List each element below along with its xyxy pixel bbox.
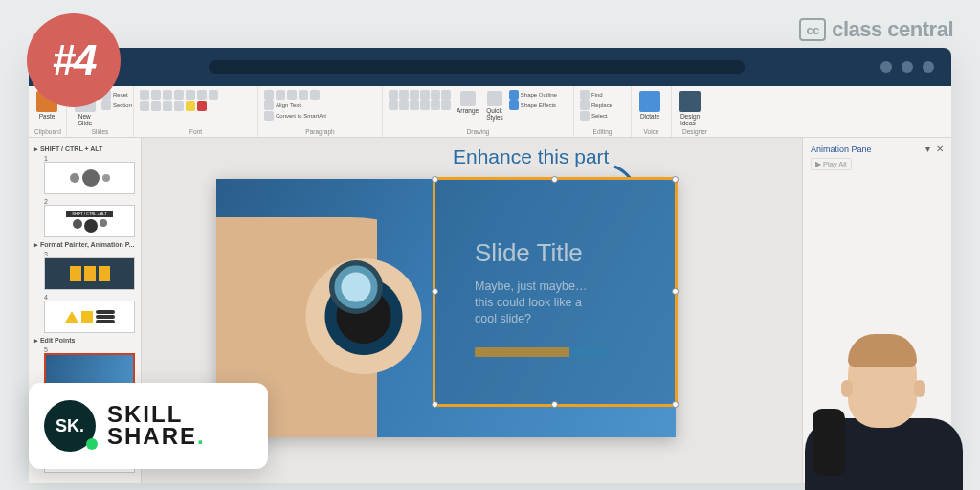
thumb-num-2: 2 <box>44 198 48 205</box>
design-ideas-button[interactable]: Design Ideas <box>678 90 702 127</box>
group-slides: Slides <box>73 128 127 135</box>
slide[interactable]: Slide Title Maybe, just maybe… this coul… <box>216 179 676 437</box>
play-all-button[interactable]: ▶ Play All <box>811 158 852 170</box>
url-bar[interactable] <box>209 60 745 74</box>
skillshare-wordmark: SKILL SHARE. <box>107 404 206 448</box>
shape-outline-button[interactable]: Shape Outline <box>509 90 557 100</box>
group-editing: Editing <box>580 128 625 135</box>
lens-icon <box>329 260 383 314</box>
group-drawing: Drawing <box>389 128 568 135</box>
dictate-button[interactable]: Dictate <box>637 90 662 121</box>
section-button[interactable]: Section <box>101 100 132 110</box>
skillshare-badge-icon: SK. <box>44 400 96 452</box>
thumb-3[interactable] <box>44 257 135 290</box>
cc-box-icon: cc <box>799 18 826 41</box>
skillshare-card: SK. SKILL SHARE. <box>29 383 268 469</box>
group-paragraph: Paragraph <box>264 128 376 135</box>
group-font: Font <box>140 128 252 135</box>
paste-label: Paste <box>39 113 56 120</box>
ribbon: Paste Clipboard New Slide Reset Section … <box>29 86 951 138</box>
section-shortcut[interactable]: ▸ SHIFT / CTRL + ALT <box>34 145 135 153</box>
group-voice: Voice <box>637 128 665 135</box>
classcentral-logo: cc class central <box>799 17 953 42</box>
shape-effects-button[interactable]: Shape Effects <box>509 100 557 110</box>
select-button[interactable]: Select <box>580 111 608 121</box>
find-button[interactable]: Find <box>580 90 603 100</box>
quick-styles-button[interactable]: Quick Styles <box>484 90 505 122</box>
thumb-2[interactable]: SHIFT / CTRL + ALT <box>44 205 135 237</box>
microphone-icon <box>813 409 845 476</box>
group-clipboard: Clipboard <box>34 128 60 135</box>
thumb-4[interactable] <box>44 301 135 333</box>
annotation-text: Enhance this part <box>453 145 609 168</box>
section-format[interactable]: ▸ Format Painter, Animation P... <box>34 241 135 249</box>
pane-close-icon[interactable]: ✕ <box>936 144 944 154</box>
thumb-5[interactable] <box>44 353 135 386</box>
new-slide-label: New Slide <box>78 113 92 126</box>
thumb-1[interactable] <box>44 162 135 194</box>
classcentral-text: class central <box>832 17 953 42</box>
replace-button[interactable]: Replace <box>580 100 612 110</box>
thumb-num-1: 1 <box>44 155 48 162</box>
thumb-num-3: 3 <box>44 251 48 257</box>
arrange-button[interactable]: Arrange <box>455 90 480 115</box>
smartart-button[interactable]: Convert to SmartArt <box>264 111 326 121</box>
align-text-button[interactable]: Align Text <box>264 100 301 110</box>
pane-dropdown-icon[interactable]: ▾ <box>925 144 930 154</box>
thumb-num-4: 4 <box>44 294 48 301</box>
thumb-num-5: 5 <box>44 346 48 353</box>
animation-pane-title: Animation Pane <box>811 145 872 154</box>
browser-titlebar <box>29 48 951 86</box>
selection-box[interactable] <box>433 177 678 407</box>
presenter-webcam <box>795 323 963 490</box>
group-designer: Designer <box>678 128 712 135</box>
shapes-gallery[interactable] <box>389 90 451 110</box>
section-editpoints[interactable]: ▸ Edit Points <box>34 337 135 345</box>
window-controls[interactable] <box>880 61 934 73</box>
rank-badge: #4 <box>27 13 121 107</box>
